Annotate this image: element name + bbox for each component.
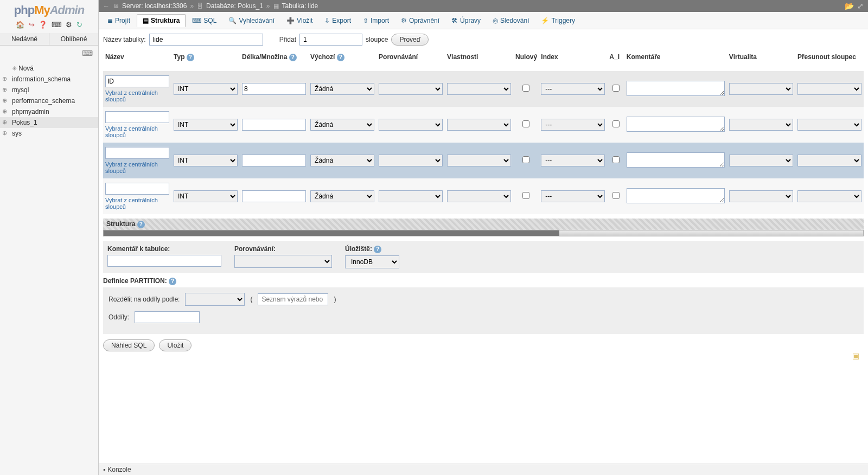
storage-select[interactable]: InnoDB xyxy=(345,255,399,268)
col-length-input[interactable] xyxy=(242,83,306,95)
save-button[interactable]: Uložit xyxy=(159,339,192,351)
col-collation-select[interactable] xyxy=(379,190,443,202)
db-node[interactable]: phpmyadmin xyxy=(0,106,98,117)
tab-projít[interactable]: ≣Projít xyxy=(102,14,136,27)
refresh-icon[interactable]: ↻ xyxy=(76,21,82,28)
col-length-input[interactable] xyxy=(242,155,306,166)
col-comment-input[interactable] xyxy=(627,117,725,132)
breadcrumb-table[interactable]: Tabulka: lide xyxy=(282,2,318,10)
col-null-checkbox[interactable] xyxy=(522,120,529,127)
home-icon[interactable]: 🏠 xyxy=(16,21,24,28)
db-node[interactable]: Pokus_1 xyxy=(0,117,98,128)
horizontal-scrollbar[interactable] xyxy=(103,230,864,236)
db-node[interactable]: ✳Nová xyxy=(0,63,98,74)
help-icon[interactable]: ? xyxy=(289,54,297,61)
col-ai-checkbox[interactable] xyxy=(612,120,620,127)
tab-oprávnění[interactable]: ⚙Oprávnění xyxy=(395,14,445,27)
col-type-select[interactable]: INT xyxy=(174,119,238,131)
col-virtual-select[interactable] xyxy=(729,119,793,131)
preview-sql-button[interactable]: Náhled SQL xyxy=(103,339,155,351)
col-attr-select[interactable] xyxy=(447,83,511,95)
col-collation-select[interactable] xyxy=(379,83,443,95)
tab-úpravy[interactable]: 🛠Úpravy xyxy=(446,14,486,27)
centrals-link[interactable]: Vybrat z centrálních sloupců xyxy=(105,125,169,138)
link-icon[interactable]: ⌨ xyxy=(82,49,93,57)
help-icon[interactable]: ? xyxy=(374,246,381,253)
col-default-select[interactable]: Žádná xyxy=(310,190,374,202)
col-comment-input[interactable] xyxy=(627,188,725,203)
col-index-select[interactable]: --- xyxy=(541,190,605,202)
centrals-link[interactable]: Vybrat z centrálních sloupců xyxy=(105,161,169,174)
go-button[interactable]: Proveď xyxy=(391,34,429,46)
help-icon[interactable]: ❓ xyxy=(39,21,47,28)
col-type-select[interactable]: INT xyxy=(174,83,238,95)
col-default-select[interactable]: Žádná xyxy=(310,119,374,131)
col-default-select[interactable]: Žádná xyxy=(310,83,374,95)
col-ai-checkbox[interactable] xyxy=(612,85,620,92)
tablename-input[interactable] xyxy=(149,34,263,46)
bookmark-icon[interactable]: ▣ xyxy=(852,351,859,360)
tab-sledování[interactable]: ◎Sledování xyxy=(487,14,534,27)
add-count-input[interactable] xyxy=(299,34,362,46)
help-icon[interactable]: ? xyxy=(187,54,194,61)
tab-vložit[interactable]: ➕Vložit xyxy=(281,14,318,27)
col-ai-checkbox[interactable] xyxy=(612,192,620,199)
breadcrumb-database[interactable]: Databáze: Pokus_1 xyxy=(206,2,263,10)
col-type-select[interactable]: INT xyxy=(174,155,238,166)
col-attr-select[interactable] xyxy=(447,119,511,131)
col-default-select[interactable]: Žádná xyxy=(310,155,374,166)
db-node[interactable]: information_schema xyxy=(0,74,98,85)
app-logo[interactable]: phpMyAdmin xyxy=(0,0,98,18)
col-index-select[interactable]: --- xyxy=(541,83,605,95)
col-null-checkbox[interactable] xyxy=(522,85,529,92)
breadcrumb-server[interactable]: Server: localhost:3306 xyxy=(122,2,187,10)
centrals-link[interactable]: Vybrat z centrálních sloupců xyxy=(105,197,169,210)
exit-icon[interactable]: ↪ xyxy=(29,21,35,28)
gear-icon[interactable]: ⚙ xyxy=(66,21,72,28)
col-move-select[interactable] xyxy=(797,83,861,95)
db-node[interactable]: mysql xyxy=(0,85,98,95)
col-virtual-select[interactable] xyxy=(729,155,793,166)
col-length-input[interactable] xyxy=(242,190,306,202)
partition-expr-input[interactable] xyxy=(258,293,328,305)
col-ai-checkbox[interactable] xyxy=(612,156,620,163)
help-icon[interactable]: ? xyxy=(137,221,145,228)
partition-count-input[interactable] xyxy=(135,311,200,323)
tab-sql[interactable]: ⌨SQL xyxy=(187,14,222,27)
col-attr-select[interactable] xyxy=(447,190,511,202)
col-null-checkbox[interactable] xyxy=(522,192,529,199)
tab-vyhledávání[interactable]: 🔍Vyhledávání xyxy=(223,14,280,27)
col-name-input[interactable] xyxy=(105,147,169,159)
col-null-checkbox[interactable] xyxy=(522,156,529,163)
console-bar[interactable]: ▪ Konzole xyxy=(99,464,868,475)
tablecomment-input[interactable] xyxy=(107,255,221,267)
sidebar-tab-favorites[interactable]: Oblíbené xyxy=(49,33,98,45)
col-index-select[interactable]: --- xyxy=(541,155,605,166)
favorite-icon[interactable]: 📂 xyxy=(845,2,854,10)
sql-icon[interactable]: ⌨ xyxy=(52,21,62,28)
col-length-input[interactable] xyxy=(242,119,306,131)
col-name-input[interactable] xyxy=(105,111,169,123)
sidebar-tab-recent[interactable]: Nedávné xyxy=(0,33,49,45)
col-move-select[interactable] xyxy=(797,190,861,202)
col-collation-select[interactable] xyxy=(379,119,443,131)
col-move-select[interactable] xyxy=(797,119,861,131)
partition-by-select[interactable] xyxy=(185,293,245,306)
help-icon[interactable]: ? xyxy=(169,278,176,285)
collation-select[interactable] xyxy=(234,255,332,268)
collapse-sidebar-icon[interactable]: ← xyxy=(103,2,110,10)
db-node[interactable]: sys xyxy=(0,128,98,139)
col-name-input[interactable] xyxy=(105,183,169,195)
col-virtual-select[interactable] xyxy=(729,83,793,95)
col-index-select[interactable]: --- xyxy=(541,119,605,131)
col-move-select[interactable] xyxy=(797,155,861,166)
structure-band[interactable]: Struktura ? xyxy=(103,219,864,230)
col-attr-select[interactable] xyxy=(447,155,511,166)
db-node[interactable]: performance_schema xyxy=(0,95,98,106)
centrals-link[interactable]: Vybrat z centrálních sloupců xyxy=(105,89,169,102)
col-collation-select[interactable] xyxy=(379,155,443,166)
maximize-icon[interactable]: ⤢ xyxy=(857,2,864,10)
tab-struktura[interactable]: ▤Struktura xyxy=(137,14,186,27)
col-name-input[interactable] xyxy=(105,75,169,87)
col-comment-input[interactable] xyxy=(627,152,725,168)
